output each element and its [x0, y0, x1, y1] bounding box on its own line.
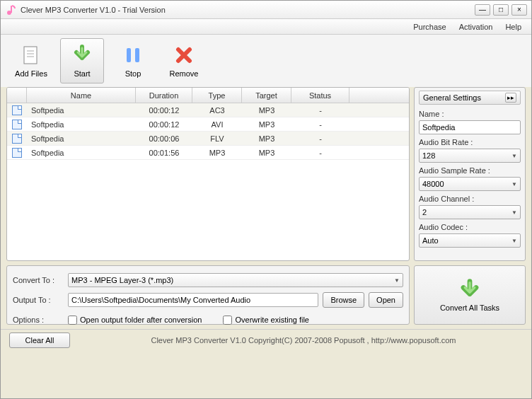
channel-select[interactable]: 2▼ — [419, 205, 521, 219]
open-folder-checkbox[interactable]: Open output folder after conversion — [68, 316, 202, 325]
cell-duration: 00:01:56 — [136, 149, 192, 157]
chevron-down-icon: ▼ — [394, 277, 400, 284]
menu-purchase[interactable]: Purchase — [413, 23, 446, 31]
cell-type: AC3 — [192, 106, 242, 115]
app-logo-icon — [5, 4, 16, 16]
cell-type: MP3 — [192, 149, 242, 157]
col-name[interactable]: Name — [27, 88, 136, 103]
settings-header: General Settings ▸▸ — [419, 91, 521, 105]
close-button[interactable]: × — [511, 4, 527, 16]
options-label: Options : — [13, 316, 64, 324]
remove-icon — [173, 44, 195, 66]
chevron-down-icon: ▼ — [511, 181, 517, 187]
table-row[interactable]: Softpedia00:00:06FLVMP3- — [7, 132, 409, 146]
browse-button[interactable]: Browse — [323, 292, 364, 308]
cell-name: Softpedia — [27, 106, 136, 115]
add-files-label: Add Files — [15, 69, 47, 78]
chevron-down-icon: ▼ — [511, 209, 517, 216]
bitrate-select[interactable]: 128▼ — [419, 149, 521, 163]
convert-icon — [457, 278, 482, 303]
stop-label: Stop — [125, 69, 141, 78]
col-type[interactable]: Type — [192, 88, 242, 103]
col-icon[interactable] — [7, 88, 27, 103]
minimize-button[interactable]: — — [475, 4, 490, 16]
cell-name: Softpedia — [27, 120, 136, 129]
col-status[interactable]: Status — [291, 88, 349, 103]
cell-status: - — [291, 134, 349, 143]
cell-duration: 00:00:12 — [136, 106, 192, 115]
settings-panel: General Settings ▸▸ Name : Audio Bit Rat… — [414, 87, 526, 261]
file-icon — [12, 105, 22, 115]
samplerate-label: Audio Sample Rate : — [419, 166, 521, 175]
overwrite-checkbox[interactable]: Overwrite existing file — [223, 316, 309, 325]
clear-all-button[interactable]: Clear All — [9, 332, 70, 348]
table-row[interactable]: Softpedia00:01:56MP3MP3- — [7, 146, 409, 160]
collapse-icon[interactable]: ▸▸ — [505, 93, 516, 103]
codec-select[interactable]: Auto▼ — [419, 233, 521, 248]
menu-help[interactable]: Help — [505, 23, 521, 31]
name-input[interactable] — [419, 120, 521, 134]
start-icon — [71, 44, 93, 66]
start-button[interactable]: Start — [60, 38, 104, 83]
output-to-label: Output To : — [13, 296, 64, 304]
menu-activation[interactable]: Activation — [459, 23, 493, 31]
stop-icon — [122, 44, 144, 66]
svg-rect-6 — [127, 48, 131, 62]
bitrate-label: Audio Bit Rate : — [419, 138, 521, 146]
cell-name: Softpedia — [27, 149, 136, 157]
add-files-button[interactable]: Add Files — [9, 38, 53, 83]
channel-label: Audio Channel : — [419, 195, 521, 203]
toolbar: Add Files Start Stop Remove — [1, 35, 531, 87]
app-window: Clever MP3 Converter V1.0 - Trial Versio… — [0, 0, 532, 399]
chevron-down-icon: ▼ — [511, 153, 517, 159]
table-body: Softpedia00:00:12AC3MP3-Softpedia00:00:1… — [7, 103, 409, 160]
cell-target: MP3 — [242, 106, 291, 115]
convert-to-select[interactable]: MP3 - MPEG Layer-3 (*.mp3)▼ — [68, 273, 403, 287]
cell-duration: 00:00:06 — [136, 134, 192, 143]
col-duration[interactable]: Duration — [136, 88, 192, 103]
file-icon — [12, 120, 22, 129]
add-files-icon — [20, 44, 42, 66]
cell-name: Softpedia — [27, 134, 136, 143]
maximize-button[interactable]: □ — [493, 4, 509, 16]
table-header: Name Duration Type Target Status — [7, 88, 409, 103]
cell-status: - — [291, 120, 349, 129]
menubar: Purchase Activation Help — [1, 19, 531, 35]
chevron-down-icon: ▼ — [511, 238, 517, 244]
settings-title: General Settings — [423, 93, 481, 102]
convert-all-label: Convert All Tasks — [440, 303, 499, 312]
stop-button[interactable]: Stop — [111, 38, 155, 83]
file-table: Name Duration Type Target Status Softped… — [6, 87, 410, 261]
convert-to-label: Convert To : — [13, 276, 64, 284]
samplerate-select[interactable]: 48000▼ — [419, 177, 521, 191]
svg-rect-7 — [135, 48, 139, 62]
cell-duration: 00:00:12 — [136, 120, 192, 129]
output-path-input[interactable] — [68, 293, 318, 307]
table-row[interactable]: Softpedia00:00:12AVIMP3- — [7, 117, 409, 132]
remove-label: Remove — [170, 69, 199, 78]
svg-rect-2 — [24, 47, 37, 64]
open-button[interactable]: Open — [369, 292, 403, 308]
window-title: Clever MP3 Converter V1.0 - Trial Versio… — [21, 6, 475, 14]
cell-type: AVI — [192, 120, 242, 129]
output-panel: Convert To : MP3 - MPEG Layer-3 (*.mp3)▼… — [6, 265, 410, 325]
footer: Clear All Clever MP3 Converter V1.0 Copy… — [1, 329, 531, 350]
titlebar: Clever MP3 Converter V1.0 - Trial Versio… — [1, 1, 531, 19]
remove-button[interactable]: Remove — [162, 38, 206, 83]
file-icon — [12, 148, 22, 158]
codec-label: Audio Codec : — [419, 223, 521, 231]
cell-target: MP3 — [242, 149, 291, 157]
name-label: Name : — [419, 110, 521, 118]
cell-target: MP3 — [242, 134, 291, 143]
file-icon — [12, 134, 22, 144]
svg-rect-1 — [11, 6, 12, 13]
cell-target: MP3 — [242, 120, 291, 129]
cell-status: - — [291, 106, 349, 115]
cell-status: - — [291, 149, 349, 157]
table-row[interactable]: Softpedia00:00:12AC3MP3- — [7, 103, 409, 117]
convert-all-button[interactable]: Convert All Tasks — [414, 265, 526, 325]
cell-type: FLV — [192, 134, 242, 143]
copyright-text: Clever MP3 Converter V1.0 Copyright(C) 2… — [84, 336, 523, 345]
start-label: Start — [74, 69, 90, 78]
col-target[interactable]: Target — [242, 88, 291, 103]
